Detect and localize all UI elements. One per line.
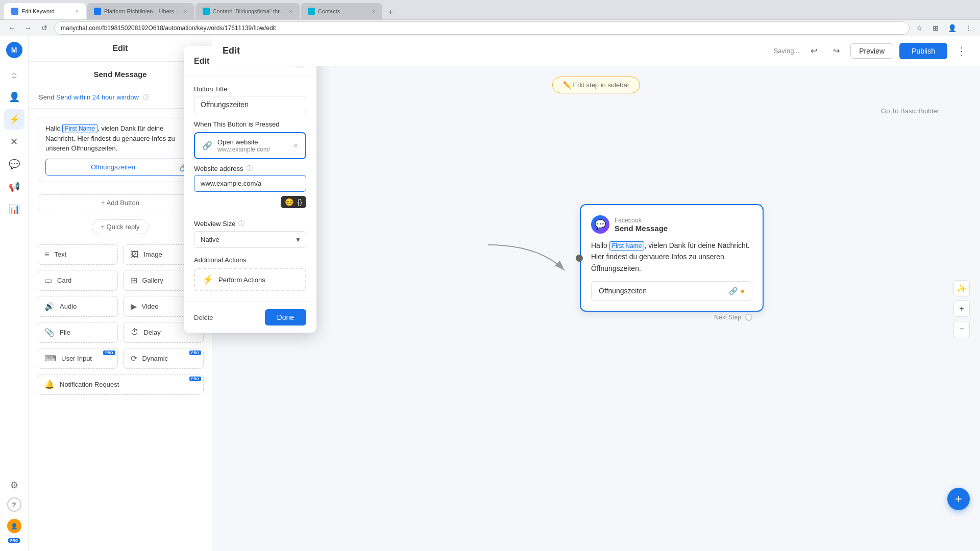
- notification-icon: 🔔: [44, 380, 55, 389]
- bookmark-icon[interactable]: ☆: [913, 21, 926, 35]
- back-button[interactable]: ←: [5, 21, 18, 35]
- sidebar-icons: M ⌂ 👤 ⚡ ✕ 💬 📢 📊 ⚙ ? 👤 PRO: [0, 36, 29, 551]
- tab-title-4: Contacts: [318, 8, 367, 14]
- sidebar-item-automation[interactable]: ⚡: [4, 109, 24, 130]
- url-toolbar: 😊 {}: [281, 196, 306, 208]
- action-url-sub: www.example.com/: [217, 146, 270, 153]
- fb-msg-prefix: Hallo: [591, 241, 609, 249]
- forward-button[interactable]: →: [21, 21, 35, 35]
- image-icon: 🖼: [131, 250, 139, 259]
- fb-btn-text: Öffnungszeiten: [599, 287, 647, 295]
- webview-info-icon: ⓘ: [238, 219, 244, 228]
- quick-reply-btn[interactable]: + Quick reply: [92, 219, 148, 234]
- user-avatar[interactable]: 👤: [4, 516, 24, 536]
- browser-tab-3[interactable]: Contact "Bildungsfirma" thr... ×: [195, 3, 300, 19]
- header-actions: Saving... ↩ ↪ Preview Publish ⋮: [774, 43, 970, 59]
- block-text[interactable]: ≡ Text: [37, 244, 118, 265]
- perform-actions-button[interactable]: ⚡ Perform Actions: [194, 268, 306, 291]
- sidebar-item-users[interactable]: 👤: [4, 87, 24, 107]
- tab-favicon-1: [11, 8, 18, 15]
- pro-badge: PRO: [8, 538, 20, 543]
- action-details: Open website www.example.com/: [217, 138, 270, 153]
- browser-tab-1[interactable]: Edit Keyword ×: [4, 3, 86, 19]
- text-icon: ≡: [44, 250, 49, 259]
- undo-button[interactable]: ↩: [805, 43, 822, 59]
- app-logo[interactable]: M: [6, 42, 22, 58]
- audio-icon: 🔊: [44, 302, 55, 311]
- next-step-label: Next Step: [714, 314, 741, 321]
- action-remove-btn[interactable]: ×: [293, 141, 298, 151]
- zoom-in-btn[interactable]: +: [953, 300, 970, 317]
- browser-chrome: Edit Keyword × Platform-Richtlinien – Üb…: [0, 0, 980, 36]
- block-audio[interactable]: 🔊 Audio: [37, 296, 118, 317]
- browser-tab-4[interactable]: Contacts ×: [301, 3, 382, 19]
- pro-tag-user-input: PRO: [103, 350, 115, 355]
- button-row[interactable]: Öffnungszeiten 🔗: [45, 159, 195, 176]
- block-image-label: Image: [144, 251, 162, 258]
- fb-message-text: Hallo First Name, vielen Dank für deine …: [591, 240, 752, 274]
- message-prefix: Hallo: [45, 124, 62, 132]
- tab-close-4[interactable]: ×: [372, 8, 375, 14]
- redo-button[interactable]: ↪: [828, 43, 844, 59]
- profile-icon[interactable]: 👤: [945, 21, 959, 35]
- link-btn-icon: 🔗: [729, 287, 738, 295]
- website-address-label: Website address: [194, 165, 243, 172]
- variable-btn[interactable]: {}: [298, 198, 302, 206]
- sidebar-item-home[interactable]: ⌂: [4, 64, 24, 85]
- block-notification[interactable]: 🔔 Notification Request PRO: [37, 374, 204, 395]
- url-input[interactable]: [194, 175, 306, 192]
- block-delay-label: Delay: [144, 329, 161, 336]
- zoom-out-btn[interactable]: −: [953, 321, 970, 337]
- menu-icon[interactable]: ⋮: [962, 21, 975, 35]
- address-bar[interactable]: manychat.com/fb198150208192O618/automati…: [54, 21, 910, 35]
- sidebar-item-broadcast[interactable]: 📢: [4, 177, 24, 197]
- go-basic-builder[interactable]: Go To Basic Builder: [881, 107, 939, 115]
- dynamic-icon: ⟳: [131, 354, 137, 363]
- new-tab-button[interactable]: +: [383, 5, 398, 19]
- user-input-icon: ⌨: [44, 354, 56, 363]
- action-option[interactable]: 🔗 Open website www.example.com/ ×: [194, 132, 306, 159]
- browser-tab-2[interactable]: Platform-Richtlinien – Übers... ×: [87, 3, 194, 19]
- block-dynamic[interactable]: ⟳ Dynamic PRO: [123, 348, 204, 369]
- block-user-input[interactable]: ⌨ User Input PRO: [37, 348, 118, 369]
- fb-button-preview[interactable]: Öffnungszeiten 🔗 ●: [591, 281, 752, 300]
- tab-close-1[interactable]: ×: [76, 8, 79, 14]
- canvas-arrow: [488, 240, 590, 303]
- canvas-title: Edit: [223, 45, 240, 56]
- block-dynamic-label: Dynamic: [142, 355, 168, 362]
- sidebar-item-settings[interactable]: ⚙: [4, 475, 24, 495]
- extensions-icon[interactable]: ⊞: [929, 21, 942, 35]
- main-canvas: Edit Saving... ↩ ↪ Preview Publish ⋮ ✏️ …: [212, 36, 980, 551]
- button-title-input[interactable]: [194, 96, 306, 113]
- block-file[interactable]: 📎 File: [37, 322, 118, 343]
- tab-title-2: Platform-Richtlinien – Übers...: [104, 8, 179, 14]
- sidebar-item-help[interactable]: ?: [7, 497, 21, 512]
- add-button-btn[interactable]: + Add Button: [39, 194, 202, 211]
- publish-button[interactable]: Publish: [899, 43, 947, 59]
- preview-button[interactable]: Preview: [850, 43, 893, 59]
- send-window-link[interactable]: Send within 24 hour window: [56, 93, 139, 101]
- tab-close-2[interactable]: ×: [184, 8, 187, 14]
- message-preview: Hallo First Name, vielen Dank für deine …: [39, 117, 202, 182]
- block-notification-label: Notification Request: [60, 381, 119, 388]
- delete-button[interactable]: Delete: [194, 311, 213, 324]
- tab-close-3[interactable]: ×: [289, 8, 292, 14]
- reload-button[interactable]: ↺: [38, 21, 51, 35]
- fb-platform: Facebook: [615, 217, 668, 224]
- block-card[interactable]: ▭ Card: [37, 270, 118, 291]
- more-options-button[interactable]: ⋮: [953, 43, 970, 59]
- sidebar-item-integrations[interactable]: ✕: [4, 132, 24, 152]
- emoji-btn[interactable]: 😊: [285, 198, 293, 206]
- sidebar-item-messages[interactable]: 💬: [4, 154, 24, 174]
- done-button[interactable]: Done: [265, 309, 306, 325]
- sparkle-btn[interactable]: ✨: [953, 280, 970, 296]
- perform-label: Perform Actions: [218, 276, 265, 284]
- first-name-tag: First Name: [62, 124, 97, 133]
- block-video-label: Video: [142, 303, 159, 310]
- add-step-fab[interactable]: +: [947, 488, 970, 510]
- edit-hint-text: ✏️ Edit step in sidebar: [563, 81, 629, 89]
- canvas-content: ✏️ Edit step in sidebar Go To Basic Buil…: [212, 66, 980, 551]
- send-info-icon: ⓘ: [143, 94, 149, 101]
- sidebar-item-analytics[interactable]: 📊: [4, 199, 24, 219]
- webview-size-select[interactable]: Native Full Tall Compact: [194, 231, 306, 248]
